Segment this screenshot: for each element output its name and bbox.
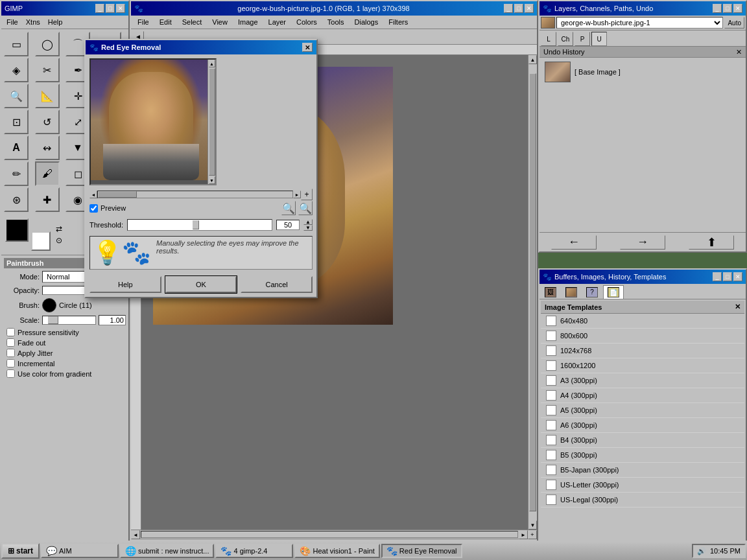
tool-measure[interactable]: 📐 bbox=[35, 84, 60, 108]
buffers-maximize-btn[interactable]: □ bbox=[723, 272, 732, 281]
incremental-checkbox[interactable] bbox=[6, 359, 15, 368]
layers-tab-layers[interactable]: L bbox=[541, 32, 556, 46]
layers-minimize-btn[interactable]: _ bbox=[713, 4, 722, 13]
tool-scissors[interactable]: ✂ bbox=[35, 58, 60, 82]
tool-pencil[interactable]: ✏ bbox=[4, 161, 29, 186]
layers-close-btn[interactable]: ✕ bbox=[733, 4, 742, 13]
preview-v-scrollbar[interactable]: ▲ ▼ bbox=[208, 60, 215, 184]
preview-scroll-left[interactable]: ◄ bbox=[89, 191, 97, 198]
tool-zoom[interactable]: 🔍 bbox=[4, 84, 29, 108]
scroll-thumb[interactable] bbox=[529, 73, 536, 511]
tool-crop[interactable]: ⊡ bbox=[4, 110, 29, 134]
template-item-640x480[interactable]: 640x480 bbox=[541, 314, 744, 329]
zoom-fit-btn[interactable]: + bbox=[528, 530, 537, 539]
threshold-thumb[interactable] bbox=[193, 220, 199, 229]
tool-select-by-color[interactable]: ◈ bbox=[4, 58, 29, 82]
canvas-minimize-btn[interactable]: _ bbox=[504, 4, 513, 13]
scroll-down-arrow[interactable]: ▼ bbox=[528, 520, 537, 530]
scroll-up-arrow[interactable]: ▲ bbox=[528, 55, 537, 64]
canvas-menu-edit[interactable]: Edit bbox=[154, 17, 177, 27]
canvas-menu-layer[interactable]: Layer bbox=[263, 17, 292, 27]
taskbar-aim[interactable]: 💬 AIM bbox=[41, 544, 119, 558]
foreground-color-swatch[interactable] bbox=[5, 218, 29, 242]
preview-zoom-in-btn[interactable]: + bbox=[301, 189, 313, 200]
taskbar-gimp[interactable]: 🐾 4 gimp-2.4 bbox=[215, 544, 293, 558]
taskbar-browser[interactable]: 🌐 submit : new instruct... bbox=[120, 544, 214, 558]
undo-back-btn[interactable]: ← bbox=[551, 235, 597, 250]
tool-heal[interactable]: ✚ bbox=[35, 187, 60, 212]
reset-colors-btn[interactable]: ⊙ bbox=[56, 236, 62, 245]
templates-section-toggle[interactable]: ✕ bbox=[735, 303, 741, 311]
pressure-sensitivity-checkbox[interactable] bbox=[6, 328, 15, 336]
template-item-1024x768[interactable]: 1024x768 bbox=[541, 344, 744, 358]
preview-scroll-up[interactable]: ▲ bbox=[209, 60, 215, 67]
zoom-out-btn[interactable]: 🔍 bbox=[281, 201, 296, 215]
canvas-vertical-scrollbar[interactable]: ▲ ▼ bbox=[528, 55, 537, 530]
use-color-from-gradient-checkbox[interactable] bbox=[6, 369, 15, 378]
tool-ellipse-select[interactable]: ◯ bbox=[35, 32, 60, 56]
layers-tab-paths[interactable]: P bbox=[575, 32, 590, 46]
canvas-menu-select[interactable]: Select bbox=[177, 17, 208, 27]
toolbox-maximize-btn[interactable]: □ bbox=[106, 4, 115, 13]
taskbar-paint[interactable]: 🎨 Heat vision1 - Paint bbox=[294, 544, 379, 558]
tab-templates[interactable]: 📄 bbox=[603, 285, 624, 299]
preview-h-scroll-track[interactable] bbox=[97, 191, 293, 198]
preview-checkbox[interactable] bbox=[89, 204, 98, 213]
canvas-menu-tools[interactable]: Tools bbox=[322, 17, 350, 27]
preview-scroll-thumb-v[interactable] bbox=[209, 68, 215, 176]
threshold-spin-up[interactable]: ▲ bbox=[303, 219, 313, 225]
canvas-close-btn[interactable]: ✕ bbox=[525, 4, 534, 13]
preview-scroll-down[interactable]: ▼ bbox=[209, 176, 215, 184]
canvas-menu-filters[interactable]: Filters bbox=[383, 17, 413, 27]
dialog-close-btn[interactable]: ✕ bbox=[302, 43, 313, 52]
help-button[interactable]: Help bbox=[89, 276, 161, 293]
taskbar-red-eye[interactable]: 🐾 Red Eye Removal bbox=[381, 544, 462, 558]
canvas-menu-colors[interactable]: Colors bbox=[291, 17, 322, 27]
undo-section-close[interactable]: ✕ bbox=[736, 48, 742, 56]
template-item-a6[interactable]: A6 (300ppi) bbox=[541, 418, 744, 433]
template-item-1600x1200[interactable]: 1600x1200 bbox=[541, 358, 744, 373]
auto-button[interactable]: Auto bbox=[724, 17, 744, 29]
zoom-in-btn[interactable]: 🔍 bbox=[298, 201, 313, 215]
buffers-minimize-btn[interactable]: _ bbox=[713, 272, 722, 281]
preview-h-scroll-thumb[interactable] bbox=[98, 191, 137, 198]
template-item-b5-japan[interactable]: B5-Japan (300ppi) bbox=[541, 463, 744, 478]
template-item-800x600[interactable]: 800x600 bbox=[541, 329, 744, 344]
template-item-us-letter[interactable]: US-Letter (300ppi) bbox=[541, 478, 744, 493]
preview-scroll-right[interactable]: ► bbox=[293, 191, 301, 198]
tab-history[interactable]: ? bbox=[582, 285, 602, 299]
apply-jitter-checkbox[interactable] bbox=[6, 349, 15, 357]
canvas-menu-image[interactable]: Image bbox=[233, 17, 263, 27]
template-item-b5[interactable]: B5 (300ppi) bbox=[541, 448, 744, 463]
template-item-us-legal[interactable]: US-Legal (300ppi) bbox=[541, 493, 744, 508]
canvas-menu-view[interactable]: View bbox=[207, 17, 233, 27]
threshold-slider[interactable] bbox=[127, 219, 272, 231]
scroll-left-arrow[interactable]: ◄ bbox=[131, 530, 140, 539]
undo-forward-btn[interactable]: → bbox=[620, 235, 665, 250]
canvas-maximize-btn[interactable]: □ bbox=[514, 4, 523, 13]
cancel-button[interactable]: Cancel bbox=[241, 276, 313, 293]
brush-preview[interactable] bbox=[42, 298, 56, 312]
fade-out-checkbox[interactable] bbox=[6, 338, 15, 347]
toolbox-close-btn[interactable]: ✕ bbox=[116, 4, 125, 13]
tab-buffers[interactable]: 🖼 bbox=[541, 285, 560, 299]
menu-file[interactable]: File bbox=[3, 17, 22, 27]
menu-help[interactable]: Help bbox=[44, 17, 67, 27]
template-item-a5[interactable]: A5 (300ppi) bbox=[541, 403, 744, 418]
swap-colors-btn[interactable]: ⇄ bbox=[56, 224, 62, 233]
layers-tab-channels[interactable]: Ch bbox=[558, 32, 573, 46]
undo-item-base[interactable]: [ Base Image ] bbox=[542, 60, 743, 84]
canvas-menu-dialogs[interactable]: Dialogs bbox=[350, 17, 384, 27]
scale-slider[interactable] bbox=[42, 316, 96, 325]
background-color-swatch[interactable] bbox=[31, 231, 51, 251]
tool-rotate[interactable]: ↺ bbox=[35, 110, 60, 134]
ok-button[interactable]: OK bbox=[165, 276, 237, 293]
template-item-a4[interactable]: A4 (300ppi) bbox=[541, 388, 744, 403]
tool-paintbrush[interactable]: 🖌 bbox=[35, 161, 60, 186]
tab-images[interactable] bbox=[562, 285, 581, 299]
buffers-close-btn[interactable]: ✕ bbox=[733, 272, 742, 281]
tool-clone[interactable]: ⊛ bbox=[4, 187, 29, 212]
undo-refresh-btn[interactable]: ⬆ bbox=[689, 235, 734, 250]
layers-tab-undo[interactable]: U bbox=[591, 32, 607, 46]
template-item-a3[interactable]: A3 (300ppi) bbox=[541, 373, 744, 388]
